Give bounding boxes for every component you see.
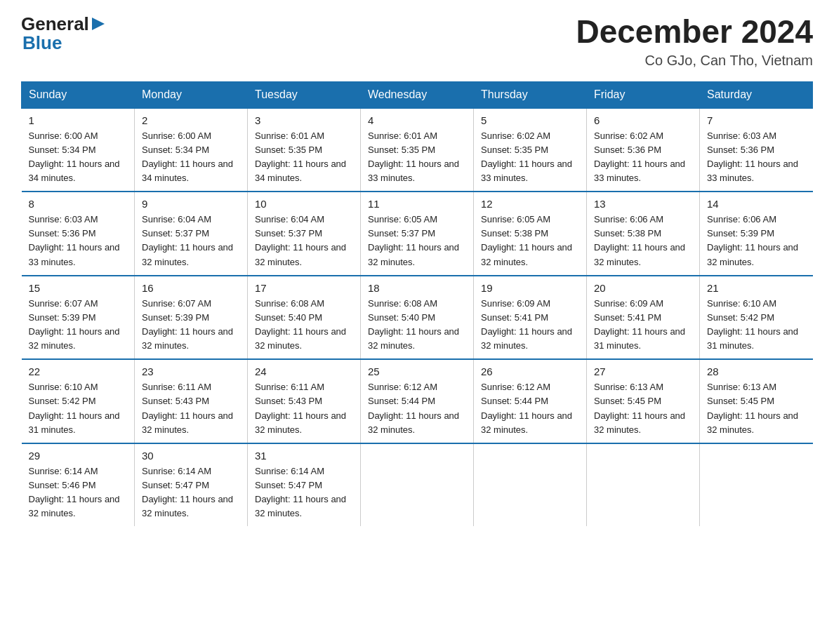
calendar-cell: 26 Sunrise: 6:12 AMSunset: 5:44 PMDaylig…	[474, 359, 587, 443]
calendar-cell: 17 Sunrise: 6:08 AMSunset: 5:40 PMDaylig…	[248, 276, 361, 360]
calendar-cell	[474, 443, 587, 527]
day-info: Sunrise: 6:13 AMSunset: 5:45 PMDaylight:…	[707, 380, 806, 437]
day-number: 23	[142, 365, 240, 377]
calendar-cell: 29 Sunrise: 6:14 AMSunset: 5:46 PMDaylig…	[22, 443, 135, 527]
day-number: 7	[707, 114, 806, 126]
day-info: Sunrise: 6:00 AMSunset: 5:34 PMDaylight:…	[142, 129, 240, 186]
day-info: Sunrise: 6:02 AMSunset: 5:36 PMDaylight:…	[594, 129, 692, 186]
page-header: General Blue December 2024 Co GJo, Can T…	[21, 14, 813, 69]
calendar-cell: 5 Sunrise: 6:02 AMSunset: 5:35 PMDayligh…	[474, 108, 587, 192]
day-info: Sunrise: 6:11 AMSunset: 5:43 PMDaylight:…	[142, 380, 240, 437]
calendar-cell: 14 Sunrise: 6:06 AMSunset: 5:39 PMDaylig…	[700, 192, 813, 276]
day-info: Sunrise: 6:12 AMSunset: 5:44 PMDaylight:…	[368, 380, 466, 437]
calendar-cell: 21 Sunrise: 6:10 AMSunset: 5:42 PMDaylig…	[700, 276, 813, 360]
day-info: Sunrise: 6:10 AMSunset: 5:42 PMDaylight:…	[29, 380, 128, 437]
calendar-cell: 9 Sunrise: 6:04 AMSunset: 5:37 PMDayligh…	[135, 192, 248, 276]
calendar-cell: 2 Sunrise: 6:00 AMSunset: 5:34 PMDayligh…	[135, 108, 248, 192]
logo-arrow-icon	[91, 16, 106, 32]
day-number: 16	[142, 282, 240, 294]
day-info: Sunrise: 6:12 AMSunset: 5:44 PMDaylight:…	[481, 380, 579, 437]
calendar-cell: 3 Sunrise: 6:01 AMSunset: 5:35 PMDayligh…	[248, 108, 361, 192]
day-info: Sunrise: 6:14 AMSunset: 5:47 PMDaylight:…	[142, 464, 240, 521]
calendar-cell: 25 Sunrise: 6:12 AMSunset: 5:44 PMDaylig…	[361, 359, 474, 443]
day-info: Sunrise: 6:05 AMSunset: 5:37 PMDaylight:…	[368, 213, 466, 269]
col-header-saturday: Saturday	[700, 81, 813, 108]
day-number: 5	[481, 114, 579, 126]
calendar-cell: 6 Sunrise: 6:02 AMSunset: 5:36 PMDayligh…	[587, 108, 700, 192]
day-info: Sunrise: 6:03 AMSunset: 5:36 PMDaylight:…	[707, 129, 806, 186]
calendar-cell: 23 Sunrise: 6:11 AMSunset: 5:43 PMDaylig…	[135, 359, 248, 443]
calendar-week-row: 15 Sunrise: 6:07 AMSunset: 5:39 PMDaylig…	[22, 276, 813, 360]
day-number: 30	[142, 450, 240, 462]
calendar-cell: 18 Sunrise: 6:08 AMSunset: 5:40 PMDaylig…	[361, 276, 474, 360]
day-number: 12	[481, 198, 579, 210]
calendar-table: SundayMondayTuesdayWednesdayThursdayFrid…	[21, 81, 813, 527]
day-info: Sunrise: 6:04 AMSunset: 5:37 PMDaylight:…	[255, 213, 353, 269]
calendar-cell: 8 Sunrise: 6:03 AMSunset: 5:36 PMDayligh…	[22, 192, 135, 276]
day-number: 17	[255, 282, 353, 294]
calendar-cell	[587, 443, 700, 527]
col-header-wednesday: Wednesday	[361, 81, 474, 108]
calendar-cell: 11 Sunrise: 6:05 AMSunset: 5:37 PMDaylig…	[361, 192, 474, 276]
calendar-week-row: 8 Sunrise: 6:03 AMSunset: 5:36 PMDayligh…	[22, 192, 813, 276]
calendar-cell: 24 Sunrise: 6:11 AMSunset: 5:43 PMDaylig…	[248, 359, 361, 443]
day-info: Sunrise: 6:04 AMSunset: 5:37 PMDaylight:…	[142, 213, 240, 269]
col-header-monday: Monday	[135, 81, 248, 108]
calendar-cell: 7 Sunrise: 6:03 AMSunset: 5:36 PMDayligh…	[700, 108, 813, 192]
day-info: Sunrise: 6:13 AMSunset: 5:45 PMDaylight:…	[594, 380, 692, 437]
calendar-cell: 16 Sunrise: 6:07 AMSunset: 5:39 PMDaylig…	[135, 276, 248, 360]
day-number: 18	[368, 282, 466, 294]
calendar-cell: 27 Sunrise: 6:13 AMSunset: 5:45 PMDaylig…	[587, 359, 700, 443]
day-number: 19	[481, 282, 579, 294]
calendar-cell: 13 Sunrise: 6:06 AMSunset: 5:38 PMDaylig…	[587, 192, 700, 276]
day-number: 8	[29, 198, 128, 210]
day-number: 28	[707, 365, 806, 377]
col-header-friday: Friday	[587, 81, 700, 108]
calendar-cell: 22 Sunrise: 6:10 AMSunset: 5:42 PMDaylig…	[22, 359, 135, 443]
day-number: 2	[142, 114, 240, 126]
day-info: Sunrise: 6:07 AMSunset: 5:39 PMDaylight:…	[142, 297, 240, 354]
day-number: 27	[594, 365, 692, 377]
calendar-week-row: 29 Sunrise: 6:14 AMSunset: 5:46 PMDaylig…	[22, 443, 813, 527]
logo: General Blue	[21, 14, 106, 53]
day-number: 6	[594, 114, 692, 126]
calendar-cell: 28 Sunrise: 6:13 AMSunset: 5:45 PMDaylig…	[700, 359, 813, 443]
calendar-title-area: December 2024 Co GJo, Can Tho, Vietnam	[576, 14, 813, 69]
calendar-cell: 1 Sunrise: 6:00 AMSunset: 5:34 PMDayligh…	[22, 108, 135, 192]
day-number: 31	[255, 450, 353, 462]
day-number: 24	[255, 365, 353, 377]
day-number: 22	[29, 365, 128, 377]
day-info: Sunrise: 6:03 AMSunset: 5:36 PMDaylight:…	[29, 213, 128, 269]
day-info: Sunrise: 6:06 AMSunset: 5:38 PMDaylight:…	[594, 213, 692, 269]
day-info: Sunrise: 6:05 AMSunset: 5:38 PMDaylight:…	[481, 213, 579, 269]
day-info: Sunrise: 6:08 AMSunset: 5:40 PMDaylight:…	[368, 297, 466, 354]
day-info: Sunrise: 6:00 AMSunset: 5:34 PMDaylight:…	[29, 129, 128, 186]
day-info: Sunrise: 6:11 AMSunset: 5:43 PMDaylight:…	[255, 380, 353, 437]
calendar-cell	[700, 443, 813, 527]
day-info: Sunrise: 6:09 AMSunset: 5:41 PMDaylight:…	[481, 297, 579, 354]
calendar-title: December 2024	[576, 14, 813, 50]
day-info: Sunrise: 6:14 AMSunset: 5:46 PMDaylight:…	[29, 464, 128, 521]
col-header-tuesday: Tuesday	[248, 81, 361, 108]
logo-general-text: General	[21, 14, 89, 34]
day-info: Sunrise: 6:08 AMSunset: 5:40 PMDaylight:…	[255, 297, 353, 354]
day-number: 20	[594, 282, 692, 294]
svg-marker-0	[92, 18, 105, 30]
day-info: Sunrise: 6:07 AMSunset: 5:39 PMDaylight:…	[29, 297, 128, 354]
col-header-sunday: Sunday	[22, 81, 135, 108]
logo-blue-text: Blue	[22, 32, 62, 53]
day-info: Sunrise: 6:10 AMSunset: 5:42 PMDaylight:…	[707, 297, 806, 354]
day-info: Sunrise: 6:02 AMSunset: 5:35 PMDaylight:…	[481, 129, 579, 186]
calendar-header-row: SundayMondayTuesdayWednesdayThursdayFrid…	[22, 81, 813, 108]
day-number: 26	[481, 365, 579, 377]
day-number: 29	[29, 450, 128, 462]
calendar-cell	[361, 443, 474, 527]
col-header-thursday: Thursday	[474, 81, 587, 108]
day-number: 11	[368, 198, 466, 210]
calendar-cell: 4 Sunrise: 6:01 AMSunset: 5:35 PMDayligh…	[361, 108, 474, 192]
day-number: 25	[368, 365, 466, 377]
calendar-week-row: 1 Sunrise: 6:00 AMSunset: 5:34 PMDayligh…	[22, 108, 813, 192]
day-number: 15	[29, 282, 128, 294]
day-number: 13	[594, 198, 692, 210]
calendar-cell: 15 Sunrise: 6:07 AMSunset: 5:39 PMDaylig…	[22, 276, 135, 360]
